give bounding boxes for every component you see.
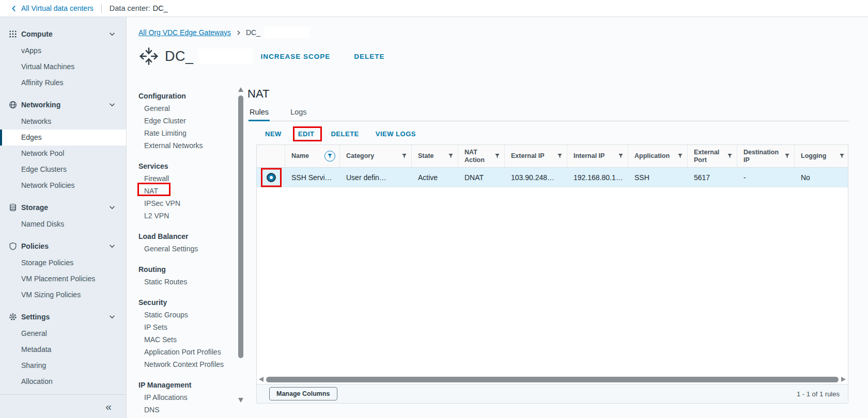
funnel-icon[interactable]	[448, 153, 454, 159]
delete-button[interactable]: DELETE	[331, 130, 359, 138]
subnav-item-ip-allocations[interactable]: IP Allocations	[138, 391, 237, 404]
cell-logging: No	[795, 168, 849, 187]
column-header-name[interactable]: Name	[285, 145, 340, 167]
edge-gateway-arrows-icon	[138, 46, 159, 67]
sidebar-collapse-button[interactable]: «	[0, 394, 126, 418]
table-row[interactable]: SSH Servi… User defin… Active DNAT 103.9…	[257, 168, 848, 187]
subnav-item-general[interactable]: General	[138, 102, 237, 115]
scroll-left-arrow[interactable]	[259, 377, 264, 382]
view-logs-button[interactable]: VIEW LOGS	[376, 130, 416, 138]
back-link-label: All Virtual data centers	[21, 4, 94, 12]
vertical-scrollbar-thumb[interactable]	[238, 95, 243, 358]
subnav-item-firewall[interactable]: Firewall	[138, 172, 237, 185]
subnav-item-static-routes[interactable]: Static Routes	[138, 276, 237, 288]
subnav-item-nat[interactable]: NAT	[138, 185, 237, 197]
sidebar-item-vm-sizing-policies[interactable]: VM Sizing Policies	[0, 287, 126, 303]
scroll-down-arrow[interactable]	[238, 398, 243, 403]
subnav-item-l2-vpn[interactable]: L2 VPN	[138, 210, 237, 222]
subnav-item-ipsec-vpn[interactable]: IPSec VPN	[138, 197, 237, 210]
back-to-virtual-data-centers-link[interactable]: All Virtual data centers	[10, 4, 94, 12]
subnav-group-routing: Routing	[138, 263, 237, 276]
sidebar-section-policies[interactable]: Policies	[0, 237, 126, 255]
sidebar-item-vapps[interactable]: vApps	[0, 43, 126, 59]
subnav-item-rate-limiting[interactable]: Rate Limiting	[138, 127, 237, 139]
sidebar-section-storage[interactable]: Storage	[0, 199, 126, 216]
row-radio-selected[interactable]	[267, 173, 276, 182]
sidebar-item-edge-clusters[interactable]: Edge Clusters	[0, 162, 126, 178]
scroll-right-arrow[interactable]	[841, 377, 846, 382]
column-header-external-port[interactable]: External Port	[688, 145, 737, 167]
column-header-external-ip[interactable]: External IP	[505, 145, 567, 167]
funnel-icon[interactable]	[784, 153, 790, 159]
column-header-nat-action[interactable]: NAT Action	[458, 145, 505, 167]
sidebar-item-sharing[interactable]: Sharing	[0, 358, 126, 374]
horizontal-scrollbar[interactable]	[257, 375, 848, 384]
subnav-item-edge-cluster[interactable]: Edge Cluster	[138, 115, 237, 127]
breadcrumb-link-edge-gateways[interactable]: All Org VDC Edge Gateways	[138, 28, 231, 37]
subnav-item-application-port-profiles[interactable]: Application Port Profiles	[138, 346, 237, 358]
vertical-scrollbar[interactable]	[237, 87, 245, 407]
subnav-item-general-settings[interactable]: General Settings	[138, 243, 237, 255]
chevron-left-icon	[10, 5, 18, 12]
sidebar-item-metadata[interactable]: Metadata	[0, 342, 126, 358]
column-header-internal-ip[interactable]: Internal IP	[567, 145, 628, 167]
sidebar-item-network-pool[interactable]: Network Pool	[0, 146, 126, 162]
sidebar-section-settings[interactable]: Settings	[0, 308, 126, 326]
sidebar-item-storage-policies[interactable]: Storage Policies	[0, 255, 126, 271]
sidebar-item-general[interactable]: General	[0, 326, 126, 342]
funnel-icon[interactable]	[401, 153, 407, 159]
subnav-item-external-networks[interactable]: External Networks	[138, 139, 237, 152]
funnel-icon[interactable]	[677, 153, 683, 159]
column-header-category[interactable]: Category	[340, 145, 412, 167]
sidebar-section-label: Storage	[21, 203, 48, 212]
sidebar-item-vm-placement-policies[interactable]: VM Placement Policies	[0, 271, 126, 287]
table-footer: Manage Columns 1 - 1 of 1 rules	[257, 384, 848, 403]
redacted-area	[198, 49, 253, 64]
funnel-circled-icon[interactable]	[324, 151, 335, 162]
subnav-item-static-groups[interactable]: Static Groups	[138, 309, 237, 321]
cell-external-ip: 103.90.248…	[505, 168, 567, 187]
topbar-divider	[101, 4, 102, 13]
subnav-item-network-context-profiles[interactable]: Network Context Profiles	[138, 358, 237, 371]
cell-external-port: 5617	[688, 168, 737, 187]
tab-logs[interactable]: Logs	[289, 106, 307, 121]
chevron-down-icon	[109, 313, 116, 320]
subnav-item-mac-sets[interactable]: MAC Sets	[138, 333, 237, 346]
scroll-up-arrow[interactable]	[238, 87, 243, 92]
sidebar-item-edges[interactable]: Edges	[0, 130, 126, 146]
sidebar-item-virtual-machines[interactable]: Virtual Machines	[0, 59, 126, 75]
funnel-icon[interactable]	[557, 153, 563, 159]
edit-button[interactable]: EDIT	[298, 130, 315, 138]
breadcrumb: All Org VDC Edge Gateways DC_	[138, 27, 310, 38]
column-header-destination-ip[interactable]: Destination IP	[737, 145, 795, 167]
sidebar-item-allocation[interactable]: Allocation	[0, 374, 126, 390]
sidebar-item-networks[interactable]: Networks	[0, 114, 126, 130]
sidebar-section-networking[interactable]: Networking	[0, 96, 126, 114]
breadcrumb-current: DC_	[246, 28, 260, 37]
horizontal-scrollbar-thumb[interactable]	[266, 377, 839, 382]
nat-action-bar: NEW EDIT DELETE VIEW LOGS	[247, 130, 849, 138]
delete-gateway-button[interactable]: DELETE	[354, 53, 384, 60]
increase-scope-button[interactable]: INCREASE SCOPE	[261, 53, 331, 60]
sidebar-section-compute[interactable]: Compute	[0, 25, 126, 43]
datacenter-context-label: Data center:	[110, 4, 150, 12]
manage-columns-button[interactable]: Manage Columns	[269, 387, 337, 400]
funnel-icon[interactable]	[727, 153, 733, 159]
sidebar-item-named-disks[interactable]: Named Disks	[0, 216, 126, 232]
sidebar-item-network-policies[interactable]: Network Policies	[0, 178, 126, 194]
sidebar-item-affinity-rules[interactable]: Affinity Rules	[0, 75, 126, 91]
funnel-icon[interactable]	[839, 153, 845, 159]
tab-rules[interactable]: Rules	[249, 106, 270, 121]
row-count-label: 1 - 1 of 1 rules	[797, 390, 840, 398]
subnav-item-ip-sets[interactable]: IP Sets	[138, 321, 237, 333]
funnel-icon[interactable]	[494, 153, 500, 159]
subnav-group-security: Security	[138, 296, 237, 309]
column-header-application[interactable]: Application	[628, 145, 688, 167]
new-button[interactable]: NEW	[265, 130, 282, 138]
subnav-group-load-balancer: Load Balancer	[138, 230, 237, 243]
subnav-item-dns[interactable]: DNS	[138, 404, 237, 416]
funnel-icon[interactable]	[618, 153, 624, 159]
column-header-logging[interactable]: Logging	[795, 145, 849, 167]
column-header-select	[257, 145, 285, 167]
column-header-state[interactable]: State	[412, 145, 458, 167]
